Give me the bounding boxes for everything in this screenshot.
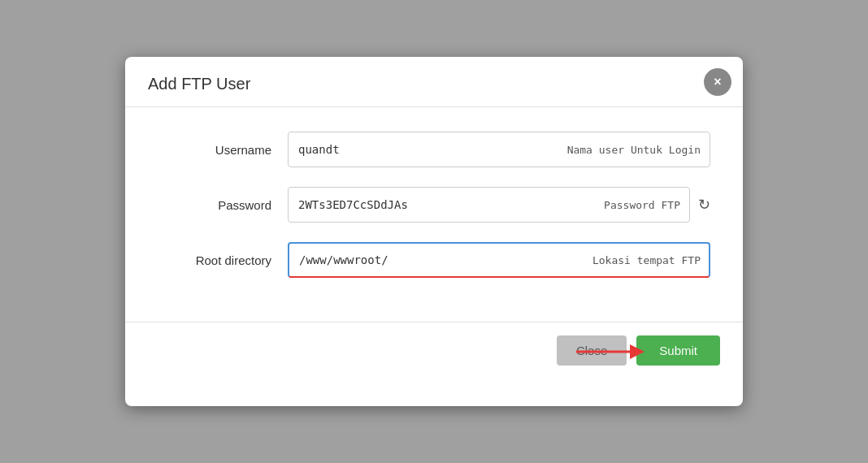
root-directory-row: Root directory Lokasi tempat FTP xyxy=(158,242,710,278)
submit-button[interactable]: Submit xyxy=(636,335,720,366)
username-row: Username Nama user Untuk Login xyxy=(158,132,710,167)
password-row: Password Password FTP ↻ xyxy=(158,187,710,223)
close-icon: × xyxy=(714,75,721,89)
modal-title: Add FTP User xyxy=(148,75,250,93)
close-icon-button[interactable]: × xyxy=(704,68,731,96)
refresh-password-button[interactable]: ↻ xyxy=(698,196,710,214)
username-label: Username xyxy=(158,143,288,157)
password-input[interactable] xyxy=(288,187,690,223)
modal-body: Username Nama user Untuk Login Password … xyxy=(125,107,743,322)
arrow-indicator xyxy=(572,340,645,364)
root-directory-input-wrapper: Lokasi tempat FTP xyxy=(288,242,710,278)
modal-dialog: Add FTP User × Username Nama user Untuk … xyxy=(125,57,743,406)
root-directory-input[interactable] xyxy=(288,242,710,278)
modal-header: Add FTP User xyxy=(125,57,743,107)
root-directory-label: Root directory xyxy=(158,253,288,267)
password-label: Password xyxy=(158,198,288,212)
arrow-icon xyxy=(572,340,645,364)
modal-overlay: Add FTP User × Username Nama user Untuk … xyxy=(0,0,868,463)
password-input-wrapper: Password FTP xyxy=(288,187,690,223)
username-input[interactable] xyxy=(288,132,710,167)
username-input-wrapper: Nama user Untuk Login xyxy=(288,132,710,167)
modal-footer: Close Submit xyxy=(125,322,743,379)
